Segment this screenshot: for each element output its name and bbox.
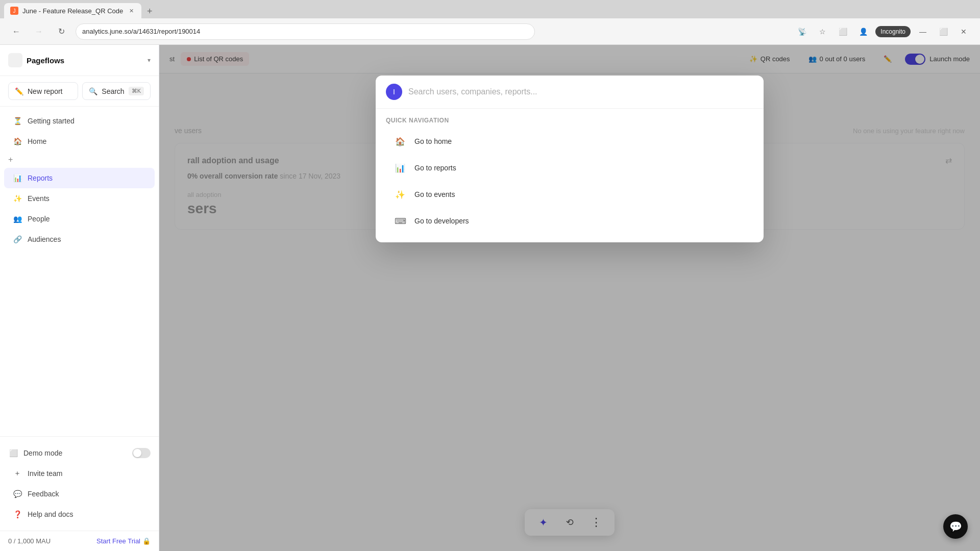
- developers-nav-icon: ⌨: [392, 213, 408, 229]
- restore-button[interactable]: ⬜: [935, 23, 951, 40]
- incognito-badge: Incognito: [875, 26, 911, 37]
- chat-icon: 💬: [949, 520, 962, 533]
- sidebar-item-getting-started[interactable]: ⏳ Getting started: [4, 111, 155, 131]
- address-bar[interactable]: analytics.june.so/a/14631/report/190014: [76, 23, 535, 40]
- home-icon: 🏠: [12, 136, 22, 146]
- search-input[interactable]: [408, 87, 753, 96]
- workspace-name: Pageflows: [27, 56, 143, 65]
- browser-close-button[interactable]: ✕: [955, 23, 972, 40]
- help-icon: ❓: [12, 509, 22, 519]
- search-icon: 🔍: [89, 87, 97, 95]
- events-icon: ✨: [12, 193, 22, 204]
- sidebar-item-audiences[interactable]: 🔗 Audiences: [4, 229, 155, 249]
- sidebar-item-home[interactable]: 🏠 Home: [4, 131, 155, 152]
- favicon: J: [10, 7, 18, 15]
- quick-nav-reports[interactable]: 📊 Go to reports: [386, 155, 753, 181]
- home-nav-icon: 🏠: [392, 133, 408, 149]
- forward-button[interactable]: →: [31, 23, 47, 40]
- start-trial-button[interactable]: Start Free Trial 🔒: [96, 537, 151, 545]
- nav-add-reports[interactable]: +: [8, 154, 20, 166]
- feedback-icon: 💬: [12, 489, 22, 499]
- getting-started-icon: ⏳: [12, 116, 22, 126]
- main-content: st List of QR codes ✨ QR codes 👥 0 out o…: [159, 45, 980, 551]
- sidebar-item-events[interactable]: ✨ Events: [4, 188, 155, 209]
- sidebar: Pageflows ▾ ✏️ New report 🔍 Search ⌘K ⏳ …: [0, 45, 159, 551]
- search-overlay[interactable]: I Quick Navigation 🏠 Go to home 📊 Go to …: [159, 45, 980, 551]
- reload-button[interactable]: ↻: [53, 23, 69, 40]
- browser-tab[interactable]: J June - Feature Release_QR Code ✕: [4, 3, 141, 18]
- close-icon[interactable]: ✕: [127, 7, 135, 15]
- audiences-icon: 🔗: [12, 234, 22, 244]
- quick-nav-developers[interactable]: ⌨ Go to developers: [386, 208, 753, 234]
- reports-nav-icon: 📊: [392, 160, 408, 176]
- search-shortcut: ⌘K: [129, 87, 144, 95]
- quick-nav-home[interactable]: 🏠 Go to home: [386, 128, 753, 155]
- help-docs-item[interactable]: ❓ Help and docs: [4, 504, 155, 524]
- browser-chrome: J June - Feature Release_QR Code ✕ + ← →…: [0, 0, 980, 45]
- new-tab-button[interactable]: +: [142, 4, 157, 18]
- people-icon: 👥: [12, 214, 22, 224]
- new-report-icon: ✏️: [15, 87, 23, 95]
- events-nav-icon: ✨: [392, 186, 408, 203]
- mau-label: 0 / 1,000 MAU: [8, 537, 51, 545]
- quick-nav-title: Quick Navigation: [386, 117, 753, 124]
- demo-mode-icon: ⬜: [8, 448, 18, 458]
- search-modal: I Quick Navigation 🏠 Go to home 📊 Go to …: [376, 76, 764, 242]
- search-cursor-circle: I: [386, 84, 402, 100]
- sidebar-nav: ⏳ Getting started 🏠 Home + 📊 Reports ✨ E…: [0, 107, 159, 436]
- cast-icon[interactable]: 📡: [794, 23, 810, 40]
- demo-mode-item[interactable]: ⬜ Demo mode: [0, 443, 159, 463]
- reports-icon: 📊: [12, 173, 22, 183]
- new-report-button[interactable]: ✏️ New report: [8, 82, 78, 100]
- chat-button[interactable]: 💬: [943, 514, 968, 539]
- sidebar-item-people[interactable]: 👥 People: [4, 209, 155, 229]
- quick-nav-events[interactable]: ✨ Go to events: [386, 181, 753, 208]
- workspace-chevron-icon: ▾: [148, 57, 151, 64]
- url-text: analytics.june.so/a/14631/report/190014: [82, 28, 200, 35]
- demo-toggle[interactable]: [132, 448, 151, 458]
- minimize-button[interactable]: —: [915, 23, 931, 40]
- profile-icon[interactable]: 👤: [855, 23, 871, 40]
- search-button[interactable]: 🔍 Search ⌘K: [82, 82, 151, 100]
- invite-team-item[interactable]: ＋ Invite team: [4, 463, 155, 484]
- tab-title: June - Feature Release_QR Code: [22, 7, 123, 15]
- feedback-item[interactable]: 💬 Feedback: [4, 484, 155, 504]
- back-button[interactable]: ←: [8, 23, 24, 40]
- bookmark-icon[interactable]: ☆: [814, 23, 830, 40]
- workspace-icon: [8, 53, 22, 67]
- sidebar-item-reports[interactable]: 📊 Reports: [4, 168, 155, 188]
- extension-icon[interactable]: ⬜: [835, 23, 851, 40]
- invite-icon: ＋: [12, 468, 22, 479]
- lock-icon: 🔒: [142, 537, 151, 545]
